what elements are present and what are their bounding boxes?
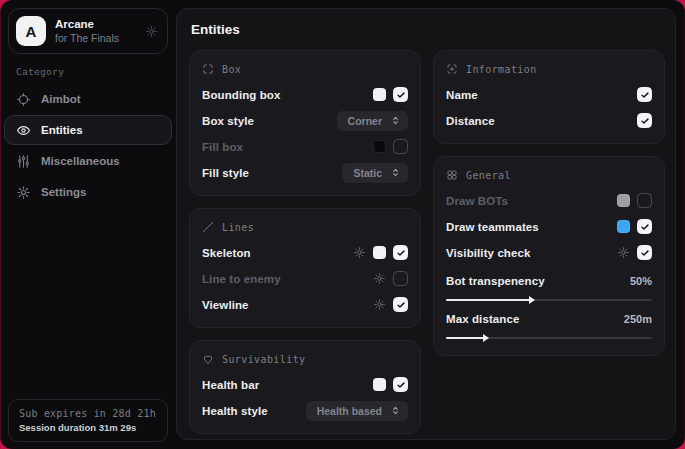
sidebar-item-entities[interactable]: Entities	[4, 115, 172, 145]
checkbox[interactable]	[393, 139, 408, 154]
setting-label: Name	[446, 89, 478, 101]
color-swatch[interactable]	[373, 140, 386, 153]
slider-fill	[446, 337, 487, 339]
page-title: Entities	[191, 22, 665, 37]
viewline-settings-gear-icon[interactable]	[373, 298, 386, 311]
slider-label-row: Bot transpenency 50%	[446, 270, 652, 291]
setting-label: Draw BOTs	[446, 195, 508, 207]
panel-box: Box Bounding box Box	[189, 50, 421, 196]
slider-label: Max distance	[446, 313, 519, 325]
checkbox[interactable]	[637, 219, 652, 234]
setting-label: Health bar	[202, 379, 259, 391]
slider-group-max-distance: Max distance 250m	[446, 308, 652, 339]
setting-row: Skeleton	[202, 242, 408, 263]
main-content: Entities Box Bounding box	[176, 8, 676, 440]
brand-card: A Arcane for The Finals	[8, 8, 168, 54]
sidebar-item-label: Entities	[41, 124, 83, 136]
panel-box-header: Box	[202, 63, 408, 75]
category-label: Category	[16, 66, 176, 77]
line-to-enemy-settings-gear-icon[interactable]	[373, 272, 386, 285]
slider-thumb[interactable]	[483, 334, 489, 342]
panel-lines: Lines Skeleton	[189, 208, 421, 328]
setting-label: Box style	[202, 115, 254, 127]
setting-row: Line to enemy	[202, 268, 408, 289]
app-window: A Arcane for The Finals Category Aimbot	[0, 0, 685, 449]
panel-title: Lines	[222, 222, 254, 233]
max-distance-slider[interactable]	[446, 337, 652, 339]
eye-icon	[16, 123, 31, 138]
checkbox[interactable]	[637, 245, 652, 260]
sidebar-item-miscellaneous[interactable]: Miscellaneous	[4, 146, 172, 176]
bot-transparency-slider[interactable]	[446, 299, 652, 301]
checkbox[interactable]	[393, 245, 408, 260]
color-swatch[interactable]	[617, 220, 630, 233]
sidebar: A Arcane for The Finals Category Aimbot	[0, 0, 176, 449]
setting-label: Distance	[446, 115, 495, 127]
heart-icon	[202, 353, 214, 365]
color-swatch[interactable]	[373, 246, 386, 259]
setting-row: Fill style Static	[202, 162, 408, 183]
setting-row: Health bar	[202, 374, 408, 395]
session-duration-text: Session duration 31m 29s	[19, 422, 157, 433]
brand-logo: A	[16, 16, 46, 46]
panel-survivability: Survivability Health bar	[189, 340, 421, 434]
checkbox[interactable]	[393, 297, 408, 312]
color-swatch[interactable]	[373, 378, 386, 391]
slider-thumb[interactable]	[529, 296, 535, 304]
subscription-info: Sub expires in 28d 21h Session duration …	[8, 399, 168, 442]
checkbox[interactable]	[637, 87, 652, 102]
setting-label: Fill style	[202, 167, 249, 179]
slider-fill	[446, 299, 533, 301]
backdrop: A Arcane for The Finals Category Aimbot	[0, 0, 685, 449]
chevron-updown-icon	[390, 405, 401, 416]
panel-title: General	[466, 170, 511, 181]
box-style-select[interactable]: Corner	[337, 111, 408, 131]
brand-gear-icon[interactable]	[145, 25, 158, 38]
sidebar-item-aimbot[interactable]: Aimbot	[4, 84, 172, 114]
checkbox[interactable]	[637, 113, 652, 128]
panel-lines-header: Lines	[202, 221, 408, 233]
setting-label: Draw teammates	[446, 221, 539, 233]
sidebar-item-label: Miscellaneous	[41, 155, 120, 167]
brand-text: Arcane for The Finals	[55, 18, 119, 44]
setting-row: Visibility check	[446, 242, 652, 263]
setting-row: Bounding box	[202, 84, 408, 105]
slider-label: Bot transpenency	[446, 275, 545, 287]
panel-general: General Draw BOTs Dr	[433, 156, 665, 356]
grid-icon	[446, 169, 458, 181]
left-column: Box Bounding box Box	[189, 50, 421, 434]
sliders-icon	[16, 154, 31, 169]
scan-info-icon	[446, 63, 458, 75]
gear-icon	[16, 185, 31, 200]
visibility-settings-gear-icon[interactable]	[617, 246, 630, 259]
box-corners-icon	[202, 63, 214, 75]
checkbox[interactable]	[393, 377, 408, 392]
chevron-updown-icon	[390, 167, 401, 178]
sidebar-nav: Aimbot Entities Miscellaneous	[0, 84, 176, 207]
checkbox[interactable]	[393, 271, 408, 286]
skeleton-settings-gear-icon[interactable]	[353, 246, 366, 259]
slider-label-row: Max distance 250m	[446, 308, 652, 329]
checkbox[interactable]	[637, 193, 652, 208]
slider-value: 250m	[624, 313, 652, 325]
color-swatch[interactable]	[373, 88, 386, 101]
select-value: Health based	[317, 405, 382, 417]
setting-label: Skeleton	[202, 247, 251, 259]
health-style-select[interactable]: Health based	[306, 401, 408, 421]
panel-title: Box	[222, 64, 241, 75]
setting-row: Draw teammates	[446, 216, 652, 237]
select-value: Static	[353, 167, 382, 179]
sidebar-item-label: Aimbot	[41, 93, 81, 105]
panel-information-header: Information	[446, 63, 652, 75]
sidebar-item-settings[interactable]: Settings	[4, 177, 172, 207]
slider-group-bot-transparency: Bot transpenency 50%	[446, 270, 652, 301]
setting-label: Visibility check	[446, 247, 531, 259]
color-swatch[interactable]	[617, 194, 630, 207]
setting-row: Draw BOTs	[446, 190, 652, 211]
setting-label: Line to enemy	[202, 273, 281, 285]
brand-title: Arcane	[55, 18, 119, 31]
chevron-updown-icon	[390, 115, 401, 126]
checkbox[interactable]	[393, 87, 408, 102]
fill-style-select[interactable]: Static	[342, 163, 408, 183]
panel-general-header: General	[446, 169, 652, 181]
